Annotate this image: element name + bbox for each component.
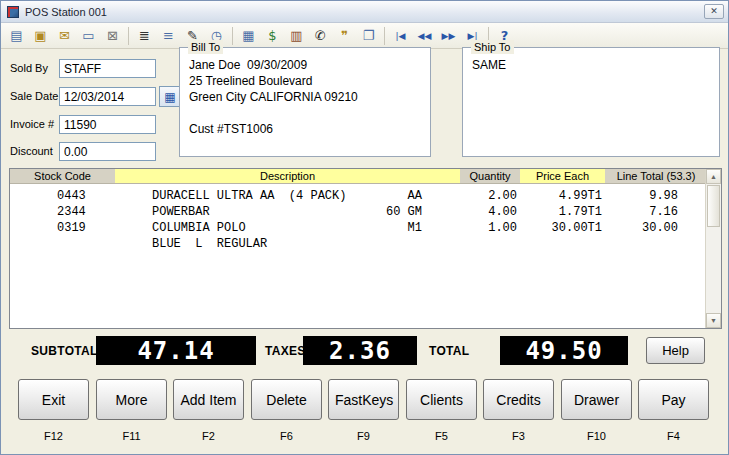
phone-icon[interactable]: ✆ [309,25,332,46]
add-item-button[interactable]: Add Item [173,379,244,420]
credits-button[interactable]: Credits [483,379,554,420]
table-row[interactable]: 2344POWERBAR60 GM4.001.79T17.16 [10,205,705,221]
subtotal-display: 47.14 [96,336,256,365]
table-header: Stock CodeDescriptionQuantityPrice EachL… [10,169,707,184]
delete-button[interactable]: Delete [251,379,322,420]
copy-icon[interactable]: ❐ [357,25,380,46]
close-button[interactable]: ✕ [704,4,724,19]
table-row[interactable]: 0319COLUMBIA POLOM11.0030.00T130.00 [10,221,705,237]
fkey-label: F12 [18,430,89,442]
exit-button[interactable]: Exit [18,379,89,420]
calendar-button[interactable]: ▦ [159,86,181,107]
invoice-label: Invoice # [10,118,54,130]
title-bar: POS Station 001 ✕ [1,1,728,23]
drawer-button[interactable]: Drawer [561,379,632,420]
cell-desc: DURACELL ULTRA AA (4 PACK) [152,189,346,203]
cell-size: 60 GM [378,205,422,219]
table-body: 0443DURACELL ULTRA AA (4 PACK)AA2.004.99… [10,184,705,328]
email-icon[interactable]: ✉ [53,25,76,46]
barcode-icon[interactable]: ≣ [133,25,156,46]
cell-desc: POWERBAR [152,205,210,219]
cell-stock: 0319 [57,221,86,235]
sale-date-field[interactable] [59,87,156,106]
prev-record-icon[interactable]: ◀◀ [413,25,436,46]
bill-to-content: Jane Doe 09/30/2009 25 Treelined Bouleva… [180,48,430,146]
bill-to-box: Bill To Jane Doe 09/30/2009 25 Treelined… [179,47,431,157]
cell-total: 30.00 [610,221,678,235]
fkey-label: F11 [96,430,167,442]
ship-to-label: Ship To [471,40,514,54]
bill-to-line: Green City CALIFORNIA 09210 [189,89,421,105]
scroll-up-icon[interactable]: ▲ [706,169,721,184]
toolbar-separator [128,27,129,45]
pay-button[interactable]: Pay [638,379,709,420]
cell-stock: 2344 [57,205,86,219]
chat-icon[interactable]: ❞ [333,25,356,46]
cell-qty: 1.00 [465,221,517,235]
ship-to-box: Ship To SAME [462,47,720,157]
cell-desc: BLUE L REGULAR [152,237,267,251]
table-row[interactable]: BLUE L REGULAR [10,237,705,253]
fkey-label: F5 [406,430,477,442]
bill-to-line: Jane Doe 09/30/2009 [189,57,421,73]
cell-size: AA [378,189,422,203]
window-title: POS Station 001 [25,6,107,18]
total-label: TOTAL [429,344,469,358]
fkey-label: F6 [251,430,322,442]
clients-button[interactable]: Clients [406,379,477,420]
cell-price: 4.99T1 [530,189,602,203]
ship-to-line: SAME [472,57,710,73]
subtotal-label: SUBTOTAL [31,344,98,358]
calendar-icon: ▦ [164,90,175,104]
sold-by-field[interactable] [59,59,156,78]
cell-qty: 4.00 [465,205,517,219]
taxes-label: TAXES [265,344,306,358]
book-icon[interactable]: ▥ [285,25,308,46]
fkey-label: F9 [328,430,399,442]
help-button[interactable]: Help [646,337,705,364]
column-header-stock-code: Stock Code [10,169,115,183]
bill-to-label: Bill To [188,40,223,54]
receipt-icon[interactable]: ▤ [5,25,28,46]
bill-to-line: 25 Treelined Boulevard [189,73,421,89]
calculator-icon[interactable]: ▦ [237,25,260,46]
more-button[interactable]: More [96,379,167,420]
discount-label: Discount [10,145,53,157]
fkey-label: F2 [173,430,244,442]
toolbar: ▤▣✉▭⊠≣≡✎◷▦$▥✆❞❐|◀◀◀▶▶▶|? [1,23,728,49]
fkey-label: F3 [483,430,554,442]
table-scrollbar[interactable]: ▲ ▼ [705,169,721,328]
taxes-display: 2.36 [303,336,417,365]
first-record-icon[interactable]: |◀ [389,25,412,46]
app-icon [7,6,19,18]
cash-icon[interactable]: $ [261,25,284,46]
scroll-down-icon[interactable]: ▼ [706,313,721,328]
column-header-description: Description [115,169,460,183]
lock-icon[interactable]: ▣ [29,25,52,46]
customer-number: Cust #TST1006 [189,121,421,137]
sale-date-label: Sale Date [10,90,58,102]
cell-price: 1.79T1 [530,205,602,219]
sold-by-label: Sold By [10,62,48,74]
scroll-thumb[interactable] [707,185,720,227]
fastkeys-button[interactable]: FastKeys [328,379,399,420]
table-row[interactable]: 0443DURACELL ULTRA AA (4 PACK)AA2.004.99… [10,189,705,205]
cell-qty: 2.00 [465,189,517,203]
fkey-label: F10 [561,430,632,442]
discount-field[interactable] [59,142,156,161]
cell-size: M1 [378,221,422,235]
trash-icon[interactable]: ⊠ [101,25,124,46]
cell-stock: 0443 [57,189,86,203]
cell-desc: COLUMBIA POLO [152,221,246,235]
list-icon[interactable]: ≡ [157,25,180,46]
card-icon[interactable]: ▭ [77,25,100,46]
cell-total: 9.98 [610,189,678,203]
column-header-price-each: Price Each [520,169,605,183]
total-display: 49.50 [500,336,628,365]
toolbar-separator [384,27,385,45]
cell-price: 30.00T1 [530,221,602,235]
column-header-line-total-53-3: Line Total (53.3) [605,169,707,183]
pos-window: POS Station 001 ✕ ▤▣✉▭⊠≣≡✎◷▦$▥✆❞❐|◀◀◀▶▶▶… [0,0,729,455]
next-record-icon[interactable]: ▶▶ [437,25,460,46]
invoice-field[interactable] [59,115,156,134]
